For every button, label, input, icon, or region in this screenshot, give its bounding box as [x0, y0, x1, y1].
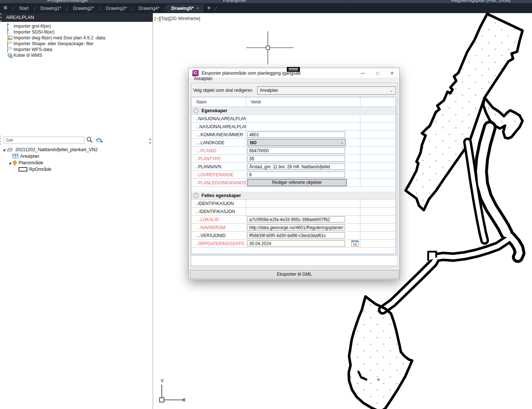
property-row: ..OPPDATERINGSDATO15	[191, 240, 396, 248]
property-name: ..IDENTIFIKASJON	[191, 200, 246, 207]
tab-label: Drawing5*	[171, 6, 193, 11]
property-value-input[interactable]	[247, 164, 345, 170]
tree-item-label: Arealplan	[20, 154, 39, 159]
tree-item-label: RpOmråde	[29, 167, 51, 172]
property-name: ....LOKALID	[191, 216, 246, 223]
tab-drawing3[interactable]: Drawing3*	[101, 4, 131, 13]
property-value-input[interactable]	[247, 172, 345, 178]
ribbon-strip: Prosjektinnstillinger Funksjoner Reguler…	[0, 0, 532, 4]
tree-expander-icon[interactable]: ◢	[2, 148, 6, 152]
search-input[interactable]	[4, 137, 85, 144]
export-dialog: CC3D Eksporter planområde som planleggin…	[188, 68, 400, 280]
property-value-input[interactable]	[247, 240, 345, 247]
database-icon	[7, 47, 8, 52]
property-value-input[interactable]	[247, 224, 345, 231]
property-name: ....LANDKODE	[191, 139, 246, 146]
ucs-icon	[160, 385, 185, 402]
tab-drawing1[interactable]: Drawing1*	[36, 4, 66, 13]
map-marker-asterisk: *	[377, 377, 380, 385]
action-importer-item[interactable]: Importer Shape- eller Geopackage- filer	[0, 41, 153, 47]
collapse-icon[interactable]: ⌃	[193, 193, 199, 198]
import-action-list: ➜GMLImporter gml-fil(er)➜SOSImporter SOS…	[0, 23, 153, 58]
action-importer-item[interactable]: Importer WFS-data	[0, 47, 153, 52]
property-name: ....VERSJONID	[191, 232, 246, 239]
search-icon[interactable]	[86, 136, 93, 143]
application-window: Prosjektinnstillinger Funksjoner Reguler…	[0, 0, 532, 409]
tree-item-planområde[interactable]: ◢Planområde	[0, 160, 153, 166]
ribbon-tab-funksjoner[interactable]: Funksjoner	[223, 0, 246, 3]
close-button[interactable]: ✕	[385, 71, 399, 76]
properties-table: Navn Verdi ⌃Egenskaper..NASJONALAREALPLA…	[191, 97, 396, 254]
calendar-icon[interactable]: 15	[351, 240, 359, 247]
tab-drawing2[interactable]: Drawing2*	[69, 4, 99, 13]
arealplan-palette: AREALPLAN ➜GMLImporter gml-fil(er)➜SOSIm…	[0, 13, 153, 409]
tab-drawing5[interactable]: Drawing5*×	[167, 4, 203, 13]
action-importer-item[interactable]: ➜GMLImporter gml-fil(er)	[0, 23, 153, 29]
property-value-input[interactable]	[247, 232, 345, 239]
tab-drawing4[interactable]: Drawing4*	[134, 4, 164, 13]
object-select-dropdown[interactable]: Arealplan⌄	[257, 86, 396, 95]
column-name: Navn	[191, 97, 246, 106]
property-value-input[interactable]	[247, 216, 345, 223]
action-label: Importer Shape- eller Geopackage- filer	[13, 41, 94, 46]
tab-label: Drawing1*	[40, 6, 62, 11]
section-header-felles-egenskaper[interactable]: ⌃Felles egenskaper	[191, 192, 396, 200]
property-row: ....LOKALID	[191, 216, 396, 224]
property-value-cell	[246, 147, 360, 154]
add-layer-filter-icon[interactable]	[95, 136, 103, 143]
action-label: Koble til WMS	[13, 53, 42, 58]
dialog-title: Eksporter planområde som planlegging iga…	[202, 71, 356, 76]
tab-label: Drawing3*	[106, 6, 127, 11]
menu-icon[interactable]: ≡	[0, 4, 12, 12]
tree-item-arealplan[interactable]: Arealplan	[0, 153, 153, 160]
groupbox-label: Arealplan	[192, 76, 214, 81]
property-name: ..LOVREFERANSE	[191, 171, 246, 178]
rectangle-icon	[18, 167, 28, 172]
property-extra-cell	[360, 171, 396, 178]
property-value-input[interactable]	[247, 156, 345, 162]
bulb-icon	[12, 160, 17, 166]
search-row: ▲▼	[0, 135, 153, 145]
rediger-refererte-objekter-button[interactable]: Rediger refererte objekter	[247, 179, 347, 186]
property-row: ....NAVNEROM	[191, 224, 396, 232]
property-row: ..IDENTIFIKASJON	[191, 200, 396, 208]
svg-text:X: X	[182, 397, 186, 403]
property-value-input[interactable]	[247, 131, 345, 138]
action-koble-item[interactable]: Koble til WMS	[0, 52, 153, 58]
property-extra-cell	[360, 131, 396, 138]
splitter-grip-icon[interactable]: ▲▼	[148, 137, 152, 145]
property-row: ..NASJONALAREALPLANID	[191, 115, 396, 123]
tree-expander-icon[interactable]: ◢	[8, 161, 12, 165]
tab-start[interactable]: Start	[15, 4, 33, 13]
ribbon-tab-prosjektinnstillinger[interactable]: Prosjektinnstillinger	[47, 0, 88, 3]
plan-area-south	[349, 296, 412, 409]
tab-close-icon[interactable]: ×	[196, 6, 199, 11]
tree-item-20211202_nattlandsfjellet_plankart_vn2[interactable]: ◢20211202_Nattlandsfjellet_plankart_VN2	[0, 146, 153, 153]
collapse-icon[interactable]: ⌃	[193, 108, 199, 113]
palette-title[interactable]: AREALPLAN	[0, 13, 153, 22]
property-name: ..PLANLEGGINGIGANGSATT	[191, 179, 246, 186]
minimize-button[interactable]: —	[356, 71, 370, 76]
property-row: ..PLANTYPE	[191, 155, 396, 163]
globe-search-icon	[7, 54, 13, 59]
ribbon-tab-reguleringsplan[interactable]: Reguleringsplan (PBL 2008)	[451, 0, 511, 3]
property-value-cell: 15	[246, 240, 360, 247]
property-extra-cell	[360, 139, 396, 146]
property-row: ....VERSJONID	[191, 232, 396, 240]
property-name: ....PLANID	[191, 147, 246, 154]
action-importer-item[interactable]: ➜SOSImporter SOSI-fil(er)	[0, 29, 153, 35]
new-tab-button[interactable]: +	[203, 4, 214, 12]
action-importer-item[interactable]: Importer dwg-fil(er) med Sosi plan 4.5.2…	[0, 35, 153, 41]
tree-item-rpområde[interactable]: RpOmråde	[0, 166, 153, 173]
section-header-egenskaper[interactable]: ⌃Egenskaper	[191, 107, 396, 115]
property-extra-cell	[360, 232, 396, 239]
maximize-button[interactable]: □	[370, 71, 385, 76]
tree-item-label: Planområde	[19, 160, 43, 165]
property-extra-cell	[360, 179, 396, 186]
property-row: ..LOVREFERANSE	[191, 171, 396, 179]
property-value-select[interactable]: NO⌄	[247, 139, 346, 146]
property-value-input[interactable]	[247, 148, 345, 154]
export-gml-button[interactable]: Eksporter til GML	[190, 270, 399, 279]
tab-label: Start	[19, 6, 28, 11]
chevron-down-icon: ⌄	[341, 139, 344, 146]
